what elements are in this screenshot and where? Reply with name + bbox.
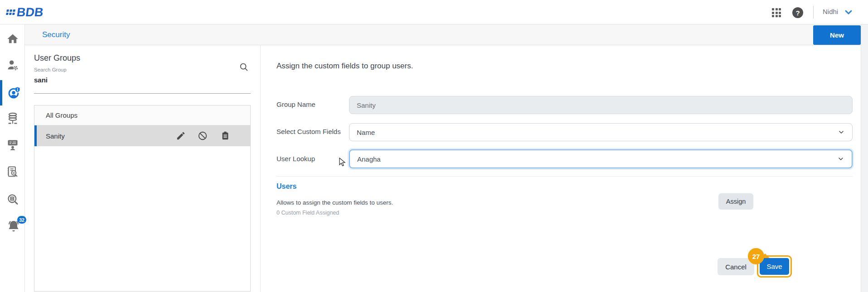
- home-icon[interactable]: [6, 33, 19, 45]
- audit-log-icon[interactable]: [6, 165, 19, 178]
- sidebar-active-indicator: [0, 80, 2, 105]
- custom-fields-select[interactable]: Name: [349, 123, 853, 141]
- chevron-down-icon: [838, 129, 845, 136]
- logo-dots-icon: [6, 10, 15, 15]
- user-presentation-icon[interactable]: [6, 139, 19, 151]
- section-divider: [276, 176, 853, 177]
- bdb-logo[interactable]: BDB: [6, 5, 44, 20]
- user-groups-title: User Groups: [34, 53, 80, 63]
- sidebar-nav: 32: [0, 24, 25, 292]
- panel-divider: [260, 45, 261, 292]
- users-section-description: Allows to assign the custom fields to us…: [276, 199, 393, 206]
- chevron-down-icon[interactable]: [844, 9, 853, 17]
- mouse-cursor: [339, 158, 346, 169]
- users-section-title: Users: [276, 182, 296, 191]
- search-group-input[interactable]: sani: [34, 76, 48, 84]
- search-group-label: Search Group: [34, 67, 67, 72]
- block-icon[interactable]: [198, 131, 208, 141]
- user-lookup-select[interactable]: Anagha: [349, 149, 853, 168]
- assign-button[interactable]: Assign: [718, 193, 753, 210]
- user-settings-icon[interactable]: [6, 59, 19, 72]
- page-title: Security: [42, 30, 70, 39]
- chevron-down-icon: [837, 155, 844, 163]
- step-number-badge: 27: [748, 248, 764, 264]
- user-lookup-value: Anagha: [357, 155, 381, 163]
- apps-grid-icon[interactable]: [772, 8, 782, 18]
- custom-fields-label: Select Custom Fields: [276, 128, 341, 135]
- user-menu-name[interactable]: Nidhi: [823, 8, 838, 15]
- group-list-header: All Groups: [34, 105, 250, 125]
- custom-fields-value: Name: [357, 129, 375, 136]
- group-list-item[interactable]: Sanity: [34, 125, 250, 146]
- top-bar: BDB ? Nidhi: [0, 0, 868, 24]
- data-center-icon[interactable]: [6, 112, 19, 125]
- scrollbar-track[interactable]: [861, 24, 868, 292]
- logo-text: BDB: [16, 5, 44, 19]
- group-list: All Groups Sanity: [34, 105, 251, 292]
- app-window: BDB ? Nidhi Security New: [0, 0, 868, 292]
- group-name-field: Sanity: [349, 96, 853, 114]
- custom-field-assigned-count: 0 Custom Field Assigned: [276, 210, 339, 216]
- search-underline: [34, 93, 251, 94]
- save-button[interactable]: Save: [760, 258, 789, 275]
- selected-row-indicator: [34, 125, 37, 146]
- group-name-text: Sanity: [46, 132, 65, 140]
- group-name-value: Sanity: [357, 101, 376, 109]
- data-search-icon[interactable]: [6, 193, 19, 206]
- user-groups-icon[interactable]: [6, 86, 21, 101]
- topbar-divider: [813, 6, 814, 19]
- notification-count-badge: 32: [17, 216, 26, 224]
- new-button[interactable]: New: [813, 25, 861, 45]
- group-name-label: Group Name: [276, 101, 315, 108]
- help-icon[interactable]: ?: [792, 7, 803, 18]
- clipboard-icon[interactable]: [220, 131, 230, 141]
- user-lookup-label: User Lookup: [276, 155, 315, 163]
- assign-heading: Assign the custom fields to group users.: [276, 62, 413, 71]
- page-header-bar: Security New: [25, 24, 868, 45]
- edit-pencil-icon[interactable]: [176, 131, 186, 141]
- search-icon[interactable]: [239, 62, 249, 74]
